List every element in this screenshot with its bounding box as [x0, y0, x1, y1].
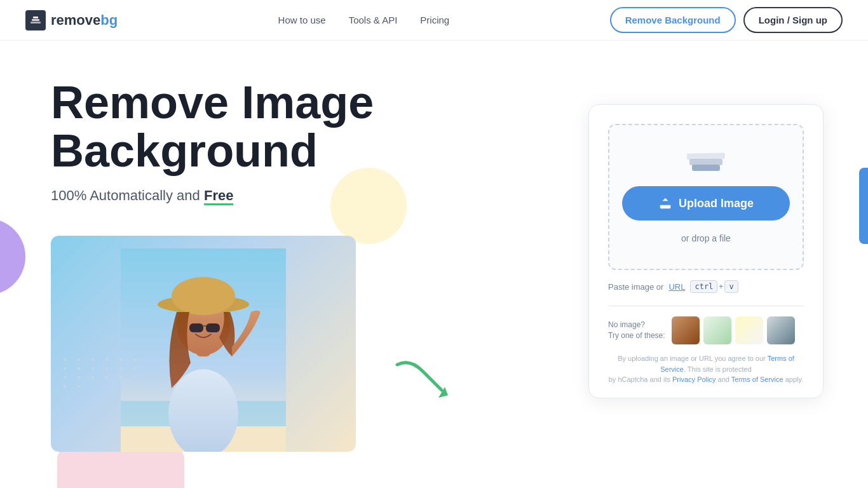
nav-links: How to use Tools & API Pricing — [278, 15, 450, 25]
dots-decoration — [64, 358, 141, 388]
hero-title: Remove Image Background — [51, 79, 374, 175]
logo-icon — [25, 10, 46, 30]
logo-text: removebg — [51, 12, 118, 29]
hero-subtitle: 100% Automatically and Free — [51, 187, 374, 204]
nav-how-to-use[interactable]: How to use — [278, 15, 326, 25]
ctrl-key: ctrl — [690, 280, 717, 293]
sample-label: No image? Try one of these: — [608, 320, 665, 341]
privacy-link[interactable]: Privacy Policy — [672, 376, 715, 383]
upload-icon — [658, 196, 672, 210]
sample-thumb-person[interactable] — [672, 316, 700, 344]
hero-demo-image — [51, 236, 356, 452]
upload-paste-row: Paste image or URL ctrl + v — [608, 280, 804, 293]
tos2-link[interactable]: Terms of Service — [731, 376, 783, 383]
svg-rect-11 — [189, 323, 203, 332]
upload-image-button[interactable]: Upload Image — [622, 186, 790, 220]
legal-text: By uploading an image or URL you agree t… — [608, 353, 804, 385]
woman-svg — [121, 248, 286, 452]
arrow-svg — [391, 352, 454, 403]
svg-rect-0 — [31, 22, 41, 24]
nav-pricing[interactable]: Pricing — [420, 15, 449, 25]
purple-blob — [0, 219, 25, 295]
layers-icon — [687, 151, 725, 173]
sample-images-row: No image? Try one of these: — [608, 306, 804, 344]
upload-card: Upload Image or drop a file Paste image … — [588, 104, 824, 398]
hero-left: Remove Image Background 100% Automatical… — [51, 79, 374, 452]
nav-tools-api[interactable]: Tools & API — [349, 15, 398, 25]
right-edge-strip — [859, 168, 868, 244]
hero-image-bg — [51, 236, 356, 452]
upload-drop-area[interactable]: Upload Image or drop a file — [608, 124, 804, 270]
v-key: v — [724, 280, 738, 293]
sample-thumb-animal[interactable] — [703, 316, 731, 344]
hero-section: Remove Image Background 100% Automatical… — [0, 41, 868, 488]
login-signup-button[interactable]: Login / Sign up — [743, 7, 843, 33]
drop-or-text: or drop a file — [681, 233, 731, 243]
navbar: removebg How to use Tools & API Pricing … — [0, 0, 868, 41]
nav-actions: Remove Background Login / Sign up — [610, 7, 843, 33]
sample-thumbs — [672, 316, 795, 344]
svg-rect-12 — [206, 323, 220, 332]
green-arrow — [391, 352, 454, 405]
svg-rect-2 — [33, 17, 38, 18]
sample-thumb-car[interactable] — [767, 316, 795, 344]
svg-rect-1 — [32, 19, 39, 21]
hero-right: Upload Image or drop a file Paste image … — [588, 104, 830, 398]
remove-background-button[interactable]: Remove Background — [610, 7, 736, 33]
keyboard-shortcut: ctrl + v — [690, 280, 738, 293]
svg-point-10 — [172, 277, 235, 315]
sample-thumb-object[interactable] — [735, 316, 763, 344]
url-link[interactable]: URL — [668, 282, 685, 292]
logo[interactable]: removebg — [25, 10, 118, 30]
logo-svg — [29, 14, 42, 27]
